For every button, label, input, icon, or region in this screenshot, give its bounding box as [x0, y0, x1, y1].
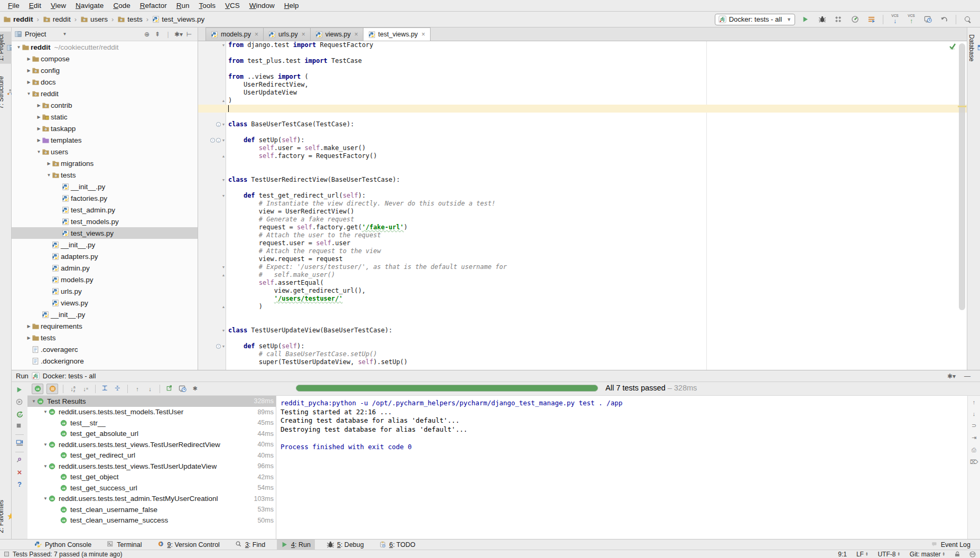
- editor-tab-test_views.py[interactable]: test_views.py×: [363, 27, 431, 41]
- breadcrumb-item[interactable]: reddit: [3, 15, 33, 23]
- fold-marker-icon[interactable]: ▼: [221, 342, 226, 350]
- debug-button[interactable]: [816, 14, 828, 25]
- local-history-button[interactable]: [922, 14, 934, 25]
- test-row[interactable]: ▼okreddit.users.tests.test_views.TestUse…: [27, 461, 276, 472]
- fold-marker-icon[interactable]: ▼: [221, 120, 226, 128]
- expand-arrow-icon[interactable]: ▶: [26, 68, 32, 73]
- tree-row[interactable]: factories.py: [12, 192, 198, 204]
- show-ignored-toggle[interactable]: [46, 384, 58, 394]
- tool-window-switcher-icon[interactable]: [4, 552, 9, 556]
- expand-arrow-icon[interactable]: ▼: [36, 150, 42, 154]
- test-row[interactable]: oktest_get_object42ms: [27, 472, 276, 483]
- fold-marker-icon[interactable]: ▲: [221, 97, 226, 105]
- toolwindow-button-4-run[interactable]: 4: Run: [277, 540, 315, 550]
- tree-row[interactable]: views.py: [12, 297, 198, 309]
- scroll-up-icon[interactable]: ↑: [973, 399, 976, 405]
- settings-icon[interactable]: ✱▾: [947, 373, 956, 380]
- rerun-button[interactable]: [16, 386, 23, 394]
- tree-row[interactable]: adapters.py: [12, 250, 198, 262]
- encoding-select[interactable]: UTF-8▲▼: [878, 551, 900, 558]
- editor-scrollbar[interactable]: [959, 43, 965, 310]
- expand-arrow-icon[interactable]: ▶: [36, 138, 42, 143]
- hide-panel-button[interactable]: ⊢: [184, 31, 194, 38]
- fold-marker-icon[interactable]: ▼: [221, 136, 226, 144]
- project-view-select[interactable]: Project ▼: [15, 30, 67, 38]
- test-row[interactable]: oktest_get_redirect_url40ms: [27, 450, 276, 461]
- tree-row[interactable]: ▶tests: [12, 332, 198, 343]
- close-button[interactable]: ×: [17, 469, 22, 476]
- menu-run[interactable]: Run: [172, 0, 194, 12]
- menu-code[interactable]: Code: [108, 0, 135, 12]
- toolwindow-button-python-console[interactable]: Python Console: [31, 540, 96, 550]
- fold-marker-icon[interactable]: ▼: [221, 192, 226, 200]
- sort-by-duration-button[interactable]: ↓≡: [81, 384, 90, 394]
- vcs-update-button[interactable]: VCS↓: [889, 14, 901, 25]
- test-row[interactable]: ▼okreddit.users.tests.test_views.TestUse…: [27, 439, 276, 450]
- status-message[interactable]: Tests Passed: 7 passed (a minute ago): [13, 551, 122, 558]
- fold-marker-icon[interactable]: ▼: [221, 41, 226, 49]
- close-icon[interactable]: ×: [255, 31, 258, 38]
- collapse-all-button[interactable]: ⇞: [152, 31, 163, 38]
- tree-row[interactable]: ▼reddit~/cookiecutter/reddit: [12, 41, 198, 53]
- collapse-all-button[interactable]: [113, 384, 123, 394]
- breadcrumb-item[interactable]: test_views.py: [152, 15, 204, 23]
- tree-row[interactable]: ▼tests: [12, 169, 198, 181]
- caret-position[interactable]: 9:1: [838, 551, 847, 558]
- undo-button[interactable]: [938, 14, 950, 25]
- tree-row[interactable]: admin.py: [12, 262, 198, 274]
- test-row[interactable]: oktest_clean_username_false53ms: [27, 504, 276, 515]
- tree-row[interactable]: ▶static: [12, 111, 198, 123]
- fold-marker-icon[interactable]: ▲: [221, 303, 226, 311]
- expand-arrow-icon[interactable]: ▶: [26, 336, 32, 340]
- tree-row[interactable]: ▶requirements: [12, 320, 198, 332]
- fold-marker-icon[interactable]: ▲: [221, 271, 226, 279]
- toggle-auto-test-button[interactable]: U: [16, 411, 24, 418]
- git-branch-select[interactable]: Git: master▲▼: [910, 551, 945, 558]
- toolwindow-button-6-todo[interactable]: 6: TODO: [376, 540, 420, 550]
- next-failed-button[interactable]: ↓: [145, 384, 155, 394]
- line-ending-select[interactable]: LF▲▼: [856, 551, 868, 558]
- show-passed-toggle[interactable]: ok: [32, 384, 43, 394]
- tree-row[interactable]: __init__.py: [12, 239, 198, 250]
- overridden-icon[interactable]: ↓: [216, 138, 221, 143]
- fold-marker-icon[interactable]: ▲: [221, 152, 226, 160]
- scroll-down-icon[interactable]: ↓: [973, 411, 976, 417]
- coverage-button[interactable]: [833, 14, 844, 25]
- tree-row[interactable]: urls.py: [12, 285, 198, 297]
- import-results-button[interactable]: [165, 384, 174, 394]
- test-history-button[interactable]: [178, 384, 187, 394]
- expand-arrow-icon[interactable]: ▶: [36, 115, 42, 119]
- code-area[interactable]: from django.test import RequestFactoryfr…: [227, 41, 967, 370]
- editor-tab-views.py[interactable]: views.py×: [311, 27, 363, 41]
- previous-failed-button[interactable]: ↑: [133, 384, 142, 394]
- toolwindow-button-terminal[interactable]: Terminal: [103, 540, 146, 550]
- expand-arrow-icon[interactable]: ▼: [26, 91, 32, 96]
- breadcrumb-item[interactable]: reddit: [43, 15, 71, 23]
- tree-row[interactable]: ▼users: [12, 146, 198, 157]
- toolwindow-button-5-debug[interactable]: 5: Debug: [322, 540, 368, 550]
- expand-arrow-icon[interactable]: ▶: [26, 80, 32, 85]
- test-row[interactable]: oktest_get_success_url54ms: [27, 482, 276, 494]
- expand-arrow-icon[interactable]: ▼: [42, 464, 49, 469]
- tree-row[interactable]: ▶templates: [12, 134, 198, 146]
- vcs-commit-button[interactable]: VCS↑: [906, 14, 917, 25]
- expand-arrow-icon[interactable]: ▼: [42, 496, 49, 501]
- profiler-button[interactable]: [849, 14, 861, 25]
- expand-arrow-icon[interactable]: ▼: [16, 45, 22, 50]
- concurrency-diagram-button[interactable]: [865, 14, 877, 25]
- expand-arrow-icon[interactable]: ▶: [46, 161, 52, 166]
- test-row[interactable]: ▼okreddit.users.tests.test_models.TestUs…: [27, 407, 276, 418]
- menu-view[interactable]: View: [46, 0, 71, 12]
- options-gear-button[interactable]: ✱: [190, 384, 200, 394]
- menu-tools[interactable]: Tools: [194, 0, 220, 12]
- overrides-icon[interactable]: ↑: [216, 344, 221, 349]
- pin-tab-button[interactable]: [16, 457, 23, 464]
- run-console[interactable]: reddit_pycha:python -u /opt/.pycharm_hel…: [276, 396, 967, 539]
- toolwindow-button-9-version-control[interactable]: 9: Version Control: [154, 540, 224, 550]
- editor-tab-models.py[interactable]: models.py×: [206, 27, 264, 41]
- expand-arrow-icon[interactable]: ▶: [26, 57, 32, 61]
- menu-window[interactable]: Window: [245, 0, 279, 12]
- close-icon[interactable]: ×: [422, 31, 425, 38]
- run-button[interactable]: [800, 14, 811, 25]
- print-icon[interactable]: ⎙: [972, 447, 976, 453]
